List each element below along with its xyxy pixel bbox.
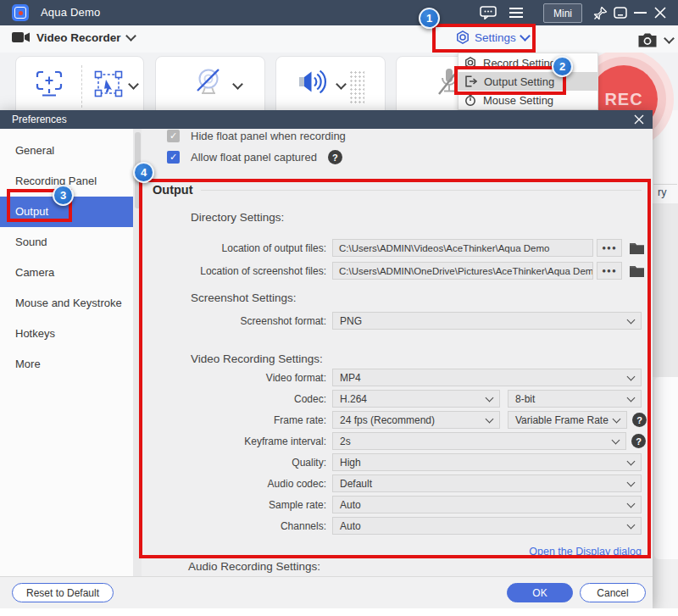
webcam-off-icon[interactable] [193,67,224,101]
sidebar-item-sound[interactable]: Sound [0,227,133,258]
recorder-mode-label: Video Recorder [36,31,121,44]
preferences-title: Preferences [12,114,67,125]
video-camera-icon [12,31,31,44]
clipped-background-text: ry [658,186,666,198]
preferences-header: Preferences [0,110,653,129]
annotation-rect-settings [432,24,536,53]
app-toolbar: Video Recorder Settings [0,25,678,53]
window-title: Aqua Demo [41,6,100,19]
snapshot-button[interactable] [637,32,673,48]
sidebar-item-more[interactable]: More [0,349,133,380]
chevron-down-icon [125,31,136,42]
app-logo-icon [12,4,29,21]
annotation-rect-output-setting [454,66,566,95]
checkbox-checked[interactable]: ✓ [167,151,180,164]
chevron-down-icon[interactable] [232,79,243,90]
cancel-button[interactable]: Cancel [580,583,646,602]
chevron-down-icon[interactable] [128,79,139,90]
webcam-card [155,56,265,117]
window-bottom-edge [0,608,678,616]
allow-float-panel-option[interactable]: ✓ Allow float panel captured ? [167,150,342,164]
menu-item-label: Mouse Setting [483,94,553,107]
speaker-icon[interactable] [298,69,329,99]
audio-settings-heading: Audio Recording Settings: [188,560,320,573]
minimize-icon[interactable] [634,12,647,14]
hide-float-panel-option[interactable]: ✓ Hide float panel when recording [167,130,346,142]
pin-icon[interactable] [593,6,608,24]
display-region-card [15,56,144,117]
drag-handle-dots[interactable] [349,70,364,104]
checkbox-label: Allow float panel captured [191,151,317,164]
chevron-down-icon[interactable] [336,79,347,90]
mouse-setting-icon [464,94,476,106]
preferences-footer: Reset to Default OK Cancel [0,576,653,608]
annotation-step-2: 2 [552,56,573,77]
sidebar-item-camera[interactable]: Camera [0,258,133,288]
camera-icon [637,32,658,48]
background-window-strip: ry [653,110,678,608]
float-window-icon[interactable] [614,7,627,22]
ok-button[interactable]: OK [507,583,573,602]
chevron-down-icon [664,33,675,44]
recorder-mode-selector[interactable]: Video Recorder [12,31,135,44]
checkbox-label: Hide float panel when recording [191,130,346,142]
feedback-icon[interactable] [480,6,497,23]
annotation-step-4: 4 [133,162,154,183]
help-icon[interactable]: ? [328,150,342,164]
checkbox-disabled[interactable]: ✓ [167,130,180,142]
display-capture-icon[interactable] [33,69,65,103]
title-bar: Aqua Demo Mini [0,0,678,25]
close-icon[interactable] [632,113,646,126]
system-sound-card [275,56,386,117]
menu-icon[interactable] [508,7,524,22]
card-divider [81,65,82,108]
sidebar-item-mouse-and-keystroke[interactable]: Mouse and Keystroke [0,288,133,319]
close-icon[interactable] [653,6,667,23]
reset-to-default-button[interactable]: Reset to Default [12,583,114,602]
annotation-step-3: 3 [53,185,74,206]
annotation-rect-output-panel [139,179,651,558]
region-capture-icon[interactable] [93,69,124,102]
annotation-step-1: 1 [419,8,440,29]
sidebar-item-general[interactable]: General [0,136,133,166]
sidebar-item-hotkeys[interactable]: Hotkeys [0,319,133,349]
mini-mode-button[interactable]: Mini [543,3,582,23]
